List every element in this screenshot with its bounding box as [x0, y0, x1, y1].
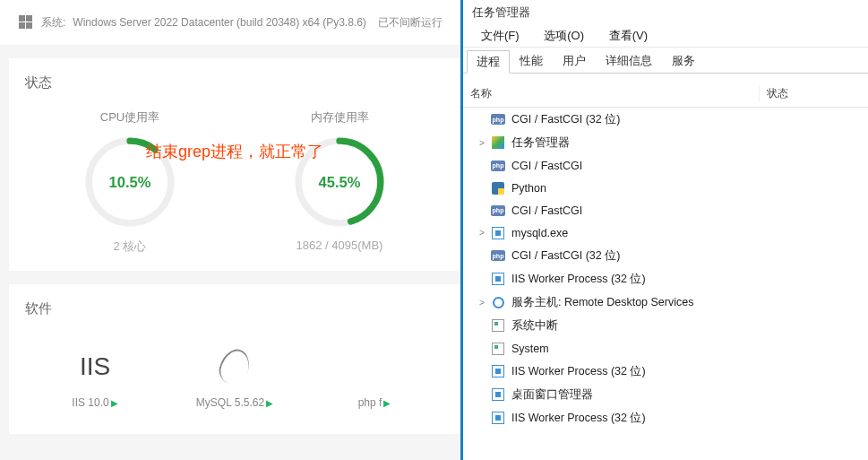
- process-name: CGI / FastCGI (32 位): [511, 248, 868, 264]
- process-row[interactable]: IIS Worker Process (32 位): [463, 406, 868, 430]
- mem-gauge-sub: 1862 / 4095(MB): [259, 239, 420, 252]
- tm-title-text: 任务管理器: [472, 4, 530, 21]
- tm-column-header[interactable]: 名称 状态: [463, 81, 868, 108]
- process-row[interactable]: IIS Worker Process (32 位): [463, 360, 868, 383]
- process-icon: [490, 181, 506, 195]
- tab-详细信息[interactable]: 详细信息: [596, 49, 662, 73]
- cpu-gauge-sub: 2 核心: [49, 239, 211, 255]
- cpu-gauge-label: CPU使用率: [49, 109, 211, 126]
- process-icon: [490, 387, 506, 402]
- tm-titlebar[interactable]: 任务管理器: [463, 0, 868, 25]
- software-logo-icon: [165, 344, 305, 389]
- software-item[interactable]: php f▶: [305, 335, 444, 418]
- process-icon: [490, 318, 506, 333]
- process-name: System: [511, 343, 868, 355]
- software-card: 软件 IISIIS 10.0▶MySQL 5.5.62▶ php f▶: [9, 284, 460, 434]
- col-status[interactable]: 状态: [759, 86, 868, 101]
- tm-menubar: 文件(F) 选项(O) 查看(V): [463, 25, 868, 48]
- mem-gauge: 内存使用率 45.5% 1862 / 4095(MB): [259, 109, 420, 255]
- software-item[interactable]: IISIIS 10.0▶: [25, 335, 165, 418]
- status-title: 状态: [25, 74, 444, 91]
- process-row[interactable]: System: [463, 337, 868, 360]
- status-card: 状态 结束grep进程，就正常了 CPU使用率 10.5% 2 核心 内存使用率…: [9, 58, 460, 271]
- process-name: CGI / FastCGI: [511, 160, 868, 172]
- expand-icon[interactable]: >: [474, 138, 490, 148]
- software-name: php f▶: [305, 396, 444, 409]
- process-row[interactable]: phpCGI / FastCGI (32 位): [463, 108, 868, 131]
- process-icon: php: [490, 204, 506, 218]
- process-name: IIS Worker Process (32 位): [511, 272, 868, 287]
- tab-用户[interactable]: 用户: [553, 49, 596, 73]
- process-icon: php: [490, 159, 506, 173]
- software-name: IIS 10.0▶: [25, 396, 165, 409]
- expand-icon[interactable]: >: [474, 228, 490, 238]
- process-row[interactable]: phpCGI / FastCGI (32 位): [463, 244, 868, 267]
- svg-text:45.5%: 45.5%: [319, 174, 361, 190]
- process-icon: [490, 364, 506, 378]
- cpu-gauge: CPU使用率 10.5% 2 核心: [49, 109, 211, 255]
- uptime-label: 已不间断运行: [378, 15, 443, 30]
- system-value: Windows Server 2022 Datacenter (build 20…: [73, 16, 366, 29]
- software-item[interactable]: MySQL 5.5.62▶: [165, 335, 305, 418]
- windows-logo-icon: [18, 14, 34, 30]
- menu-file[interactable]: 文件(F): [470, 27, 530, 44]
- process-name: 系统中断: [511, 318, 868, 334]
- process-name: IIS Worker Process (32 位): [511, 411, 868, 426]
- expand-icon[interactable]: >: [474, 298, 490, 308]
- process-icon: [490, 411, 506, 425]
- process-name: 服务主机: Remote Desktop Services: [511, 295, 868, 310]
- process-icon: php: [490, 112, 506, 126]
- menu-view[interactable]: 查看(V): [598, 27, 658, 44]
- process-name: 桌面窗口管理器: [511, 387, 868, 403]
- task-manager-window: 任务管理器 文件(F) 选项(O) 查看(V) 进程性能用户详细信息服务 名称 …: [460, 0, 868, 460]
- process-row[interactable]: phpCGI / FastCGI: [463, 199, 868, 221]
- process-list: phpCGI / FastCGI (32 位)>任务管理器phpCGI / Fa…: [463, 108, 868, 430]
- col-name[interactable]: 名称: [463, 86, 759, 101]
- system-header: 系统: Windows Server 2022 Datacenter (buil…: [0, 0, 460, 45]
- software-title: 软件: [25, 300, 444, 317]
- process-icon: [490, 135, 506, 150]
- tm-tabs: 进程性能用户详细信息服务: [463, 49, 868, 74]
- svg-text:10.5%: 10.5%: [109, 174, 151, 190]
- process-row[interactable]: Python: [463, 177, 868, 199]
- process-name: CGI / FastCGI (32 位): [511, 112, 868, 127]
- process-row[interactable]: phpCGI / FastCGI: [463, 154, 868, 177]
- tab-进程[interactable]: 进程: [467, 50, 510, 74]
- process-row[interactable]: 系统中断: [463, 314, 868, 337]
- tab-服务[interactable]: 服务: [662, 49, 705, 73]
- process-row[interactable]: 桌面窗口管理器: [463, 383, 868, 406]
- process-row[interactable]: IIS Worker Process (32 位): [463, 267, 868, 291]
- process-name: IIS Worker Process (32 位): [511, 364, 868, 379]
- process-name: mysqld.exe: [511, 227, 868, 239]
- menu-options[interactable]: 选项(O): [533, 27, 595, 44]
- annotation-text: 结束grep进程，就正常了: [146, 141, 323, 162]
- software-logo-icon: [305, 344, 444, 389]
- process-name: 任务管理器: [511, 135, 868, 151]
- process-name: Python: [511, 182, 868, 195]
- process-icon: [490, 295, 506, 309]
- software-logo-icon: IIS: [25, 344, 165, 389]
- mem-gauge-label: 内存使用率: [259, 109, 420, 126]
- process-row[interactable]: >任务管理器: [463, 131, 868, 154]
- process-icon: [490, 342, 506, 356]
- process-icon: [490, 226, 506, 240]
- process-row[interactable]: >服务主机: Remote Desktop Services: [463, 291, 868, 314]
- software-name: MySQL 5.5.62▶: [165, 396, 305, 409]
- process-icon: php: [490, 248, 506, 263]
- system-label: 系统:: [41, 15, 65, 30]
- process-row[interactable]: >mysqld.exe: [463, 221, 868, 244]
- process-icon: [490, 272, 506, 286]
- process-name: CGI / FastCGI: [511, 204, 868, 217]
- tab-性能[interactable]: 性能: [510, 49, 553, 73]
